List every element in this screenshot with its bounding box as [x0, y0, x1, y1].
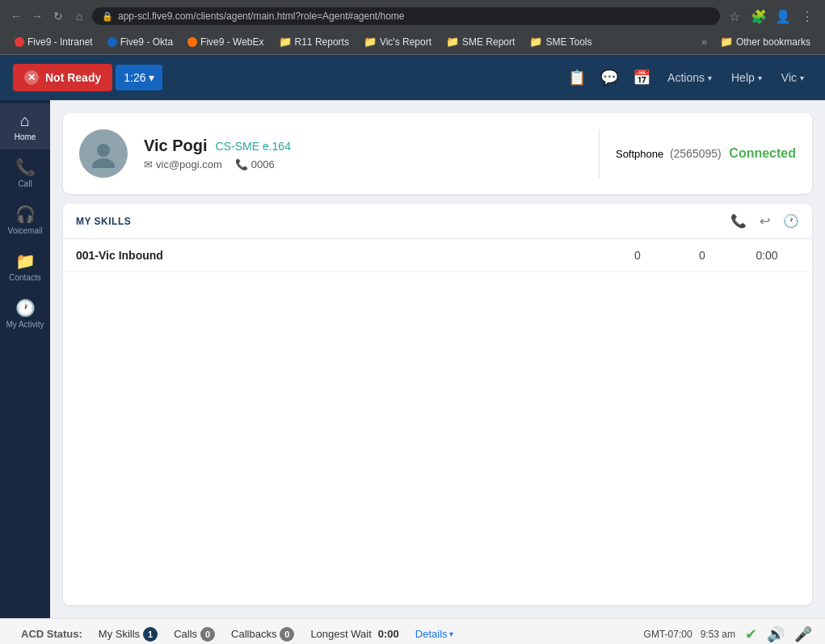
bookmark-five9-okta[interactable]: Five9 - Okta — [101, 35, 179, 49]
longest-wait-value: 0:00 — [378, 628, 399, 640]
sidebar-item-label-home: Home — [15, 133, 36, 141]
bookmark-other[interactable]: 📁 Other bookmarks — [713, 34, 817, 49]
details-label: Details — [415, 628, 448, 640]
my-skills-label: My Skills — [99, 628, 140, 640]
calls-column-icon: 📞 — [730, 213, 747, 229]
folder-icon: 📁 — [720, 36, 733, 48]
voicemail-icon: 🎧 — [15, 204, 36, 224]
browser-nav-bar: ← → ↻ ⌂ 🔒 app-scl.five9.com/clients/agen… — [0, 0, 825, 32]
not-ready-label: Not Ready — [45, 71, 101, 84]
bookmark-five9-intranet[interactable]: Five9 - Intranet — [8, 35, 99, 49]
contacts-icon: 📁 — [15, 251, 36, 271]
profile-name-text: Vic Pogi — [144, 137, 208, 155]
bookmark-label: Vic's Report — [380, 36, 431, 48]
timer-column-icon: 🕐 — [783, 213, 799, 229]
bookmark-sme-report[interactable]: 📁 SME Report — [440, 34, 521, 49]
profile-button[interactable]: 👤 — [773, 6, 793, 26]
skills-title: MY SKILLS — [76, 216, 730, 227]
callbacks-badge: 0 — [280, 627, 294, 642]
forward-button[interactable]: → — [29, 8, 45, 24]
details-status-item[interactable]: Details ▾ — [407, 628, 461, 640]
chat-icon-button[interactable]: 💬 — [595, 63, 624, 92]
sidebar-item-contacts[interactable]: 📁 Contacts — [0, 243, 50, 290]
call-icon: 📞 — [15, 158, 36, 177]
bookmark-label: Five9 - Okta — [120, 36, 173, 48]
actions-label: Actions — [667, 71, 705, 84]
callbacks-label: Callbacks — [231, 628, 276, 640]
profile-card: Vic Pogi CS-SME e.164 ✉ vic@pogi.com 📞 0… — [63, 113, 812, 194]
sidebar-item-label-contacts: Contacts — [9, 273, 40, 282]
calendar-icon-button[interactable]: 📅 — [627, 63, 656, 92]
calls-badge: 0 — [200, 627, 215, 642]
green-status-icon-button[interactable]: ✔ — [745, 625, 757, 643]
bookmark-label: R11 Reports — [295, 36, 349, 48]
skills-card: MY SKILLS 📞 ↩ 🕐 001-Vic Inbound 0 0 0:00 — [63, 204, 812, 605]
user-label: Vic — [781, 71, 797, 84]
home-browser-button[interactable]: ⌂ — [71, 8, 87, 24]
bookmark-dot — [107, 37, 117, 47]
table-row: 001-Vic Inbound 0 0 0:00 — [63, 239, 812, 272]
avatar — [79, 129, 128, 178]
header-icon-buttons: 📋 💬 📅 Actions ▾ Help ▾ Vic ▾ — [562, 63, 812, 92]
bookmark-vics-report[interactable]: 📁 Vic's Report — [357, 34, 438, 49]
vertical-divider — [599, 129, 600, 178]
browser-action-buttons: ☆ 🧩 👤 ⋮ — [725, 6, 817, 26]
clipboard-icon-button[interactable]: 📋 — [562, 63, 591, 92]
user-menu-button[interactable]: Vic ▾ — [773, 65, 812, 90]
profile-name-row: Vic Pogi CS-SME e.164 — [144, 137, 583, 155]
refresh-button[interactable]: ↻ — [50, 8, 66, 24]
phone-icon: 📞 — [235, 158, 248, 170]
status-time: GMT-07:00 9:53 am — [644, 629, 735, 640]
skill-callbacks-value: 0 — [670, 249, 735, 262]
calls-label: Calls — [174, 628, 197, 640]
more-bookmarks-button[interactable]: » — [697, 35, 712, 49]
actions-menu-button[interactable]: Actions ▾ — [659, 65, 720, 90]
profile-phone-item: 📞 0006 — [235, 158, 275, 170]
bookmark-label: Five9 - Intranet — [27, 36, 93, 48]
softphone-number: (2565095) — [670, 147, 722, 160]
star-button[interactable]: ☆ — [725, 6, 744, 26]
address-bar[interactable]: 🔒 app-scl.five9.com/clients/agent/main.h… — [92, 7, 720, 25]
actions-caret-icon: ▾ — [708, 74, 712, 82]
profile-email: vic@pogi.com — [156, 158, 222, 170]
time-text: 9:53 am — [701, 629, 735, 640]
bookmark-five9-webex[interactable]: Five9 - WebEx — [181, 35, 270, 49]
sidebar-item-label-call: Call — [18, 179, 32, 188]
app-header: ✕ Not Ready 1:26 ▾ 📋 💬 📅 Actions ▾ Help … — [0, 55, 825, 100]
volume-icon-button[interactable]: 🔊 — [767, 625, 785, 643]
help-label: Help — [731, 71, 755, 84]
sidebar-item-label-activity: My Activity — [6, 320, 44, 329]
callbacks-column-icon: ↩ — [760, 213, 770, 229]
bookmark-r11-reports[interactable]: 📁 R11 Reports — [272, 34, 356, 49]
app-body: ⌂ Home 📞 Call 🎧 Voicemail 📁 Contacts 🕐 M… — [0, 100, 825, 618]
url-text: app-scl.five9.com/clients/agent/main.htm… — [118, 11, 405, 22]
not-ready-button[interactable]: ✕ Not Ready — [13, 64, 112, 91]
timer-badge[interactable]: 1:26 ▾ — [116, 65, 162, 90]
sidebar-item-voicemail[interactable]: 🎧 Voicemail — [0, 196, 50, 243]
sidebar-item-my-activity[interactable]: 🕐 My Activity — [0, 290, 50, 337]
my-skills-status-item[interactable]: My Skills 1 — [90, 627, 166, 642]
profile-phone: 0006 — [251, 158, 275, 170]
sidebar-item-call[interactable]: 📞 Call — [0, 149, 50, 196]
bookmark-sme-tools[interactable]: 📁 SME Tools — [523, 34, 598, 49]
sidebar-item-home[interactable]: ⌂ Home — [0, 103, 50, 149]
skills-header: MY SKILLS 📞 ↩ 🕐 — [63, 204, 812, 239]
acd-status-label: ACD Status: — [21, 628, 82, 640]
timer-value: 1:26 — [124, 71, 145, 84]
extension-button[interactable]: 🧩 — [749, 6, 768, 26]
email-icon: ✉ — [144, 158, 153, 170]
menu-button[interactable]: ⋮ — [798, 6, 817, 26]
profile-email-item: ✉ vic@pogi.com — [144, 158, 222, 170]
details-link[interactable]: Details ▾ — [415, 628, 453, 640]
profile-role-text: CS-SME e.164 — [216, 140, 291, 153]
help-menu-button[interactable]: Help ▾ — [723, 65, 770, 90]
microphone-icon-button[interactable]: 🎤 — [794, 625, 812, 643]
back-button[interactable]: ← — [8, 8, 24, 24]
help-caret-icon: ▾ — [758, 74, 762, 82]
folder-icon: 📁 — [446, 36, 459, 48]
callbacks-status-item: Callbacks 0 — [223, 627, 302, 642]
lock-icon: 🔒 — [102, 11, 113, 22]
home-icon: ⌂ — [20, 112, 30, 130]
avatar-icon — [89, 139, 118, 168]
svg-point-0 — [97, 144, 110, 157]
